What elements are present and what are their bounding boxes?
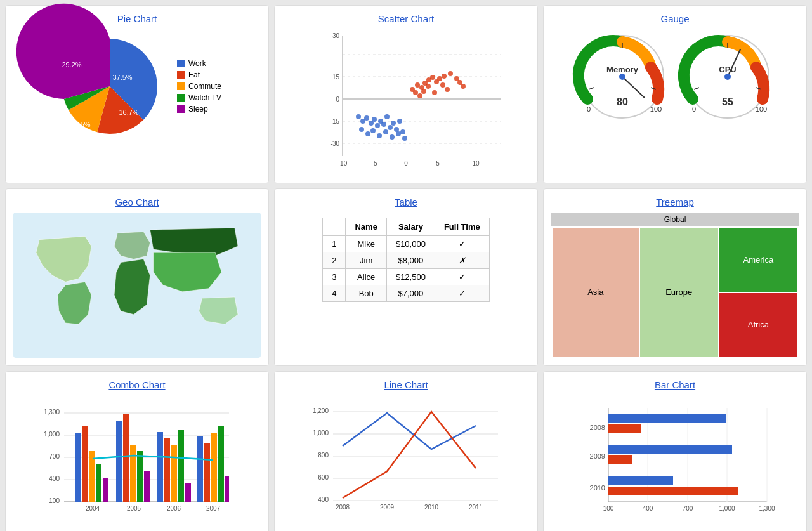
svg-point-40: [359, 127, 364, 132]
combo-bar: [75, 433, 81, 502]
svg-point-11: [430, 75, 435, 80]
legend-label-sleep: Sleep: [188, 105, 208, 114]
line-ylabel-1200: 1,200: [313, 407, 329, 414]
combo-bar: [116, 421, 122, 502]
bar-xlabel-1300: 1,300: [759, 505, 775, 512]
pie-label-eat: 16.7%: [119, 108, 138, 116]
combo-bar: [185, 483, 191, 502]
combo-bar: [204, 443, 210, 502]
table-cell-salary: $7,000: [386, 285, 435, 302]
data-table: Name Salary Full Time 1 Mike $10,000 ✓ 2…: [322, 218, 489, 302]
gauge-chart-title[interactable]: Gauge: [660, 13, 689, 24]
legend-color-eat: [177, 71, 185, 79]
pie-label-commute: 12.5%: [70, 121, 90, 128]
legend-work: Work: [177, 59, 221, 68]
combo-bar: [218, 426, 224, 502]
bar-chart-title[interactable]: Bar Chart: [655, 379, 695, 390]
pie-chart-title[interactable]: Pie Chart: [117, 13, 157, 24]
svg-point-39: [400, 129, 405, 134]
table-cell-name: Bob: [346, 285, 386, 302]
table-title[interactable]: Table: [395, 197, 417, 207]
memory-gauge-name: Memory: [606, 65, 639, 74]
combo-bar: [96, 464, 102, 502]
treemap-container: Global Asia Europe America Africa: [551, 213, 799, 358]
memory-gauge-label-0: 0: [587, 105, 591, 113]
table-row: 3 Alice $12,500 ✓: [323, 269, 489, 285]
legend-label-watchtv: Watch TV: [188, 93, 221, 102]
line-ylabel-1000: 1,000: [313, 429, 329, 436]
svg-point-41: [365, 131, 370, 136]
table-cell-num: 1: [323, 236, 346, 252]
pie-svg: 37.5% 16.7% 12.5% 29.2%: [53, 29, 167, 143]
combo-bar: [157, 432, 163, 502]
bar-svg: 2008 2009 2010 100 400 700 1,000 1,300: [573, 395, 776, 531]
treemap-card: Treemap Global Asia Europe America Afric…: [543, 188, 807, 366]
svg-point-37: [394, 127, 399, 132]
table-cell-name: Mike: [346, 236, 386, 252]
svg-point-44: [383, 129, 388, 134]
scatter-chart-title[interactable]: Scatter Chart: [378, 13, 434, 24]
table-cell-salary: $12,500: [386, 269, 435, 285]
combo-bar: [123, 414, 129, 502]
svg-point-28: [364, 115, 369, 121]
svg-point-21: [421, 89, 426, 94]
bar-2009-blue: [608, 445, 732, 454]
legend-eat: Eat: [177, 70, 221, 79]
pie-legend: Work Eat Commute Watch TV Sleep: [177, 59, 221, 114]
legend-sleep: Sleep: [177, 105, 221, 114]
table-header-name: Name: [346, 218, 386, 236]
svg-point-53: [619, 74, 625, 80]
combo-chart-card: Combo Chart 1,300 1,000 700 400 100 2004…: [5, 371, 269, 531]
table-cell-fulltime: ✓: [435, 285, 489, 302]
combo-bar: [197, 436, 203, 502]
bar-2008-red: [608, 424, 641, 433]
svg-point-46: [396, 131, 401, 136]
bar-ylabel-2008: 2008: [590, 424, 605, 431]
table-cell-name: Alice: [346, 269, 386, 285]
scatter-ylabel-30: 30: [332, 32, 340, 39]
combo-xlabel-2007: 2007: [206, 505, 221, 512]
combo-bar: [225, 476, 229, 502]
treemap-title[interactable]: Treemap: [656, 197, 693, 207]
table-cell-salary: $10,000: [386, 236, 435, 252]
pie-chart-container: 37.5% 16.7% 12.5% 29.2% Work Eat Commute: [53, 29, 221, 143]
combo-ylabel-1000: 1,000: [44, 431, 60, 438]
scatter-svg: 30 15 0 -15 -30 -10 -5 0 5 10: [304, 29, 508, 175]
svg-point-31: [375, 123, 380, 128]
svg-point-59: [724, 74, 731, 80]
combo-ylabel-400: 400: [49, 475, 60, 482]
legend-commute: Commute: [177, 82, 221, 91]
table-cell-fulltime: ✗: [435, 252, 489, 269]
table-row: 2 Jim $8,000 ✗: [323, 252, 489, 269]
svg-point-16: [440, 82, 445, 88]
treemap-right: America Africa: [719, 228, 797, 357]
cpu-gauge-label-100: 100: [756, 105, 767, 113]
combo-ylabel-1300: 1,300: [44, 409, 60, 416]
line-svg: 1,200 1,000 800 600 400 2008 2009 2010 2…: [304, 395, 508, 531]
memory-gauge-svg: 0 100 Memory 80: [575, 29, 670, 124]
svg-point-14: [437, 76, 442, 81]
treemap-body: Asia Europe America Africa: [551, 226, 799, 358]
table-header-salary: Salary: [386, 218, 435, 236]
legend-label-commute: Commute: [188, 82, 221, 91]
table-cell-fulltime: ✓: [435, 236, 489, 252]
combo-bar: [211, 433, 217, 502]
legend-color-commute: [177, 82, 185, 90]
line-red: [343, 412, 476, 498]
table-row: 1 Mike $10,000 ✓: [323, 236, 489, 252]
combo-bar: [164, 438, 170, 502]
svg-point-36: [391, 121, 396, 126]
table-header-num: [323, 218, 346, 236]
legend-color-sleep: [177, 105, 185, 113]
bar-2008-blue: [608, 414, 726, 423]
treemap-europe: Europe: [640, 228, 718, 357]
combo-bar: [82, 426, 88, 502]
combo-chart-title[interactable]: Combo Chart: [108, 379, 165, 390]
geo-chart-title[interactable]: Geo Chart: [115, 197, 159, 207]
scatter-xlabel-10: 10: [472, 160, 480, 167]
scatter-ylabel-0: 0: [336, 96, 339, 103]
line-xlabel-2010: 2010: [424, 504, 439, 511]
svg-point-18: [448, 71, 453, 76]
scatter-chart-card: Scatter Chart 30 15 0 -15 -30 -10 -5 0 5…: [274, 5, 538, 183]
line-chart-title[interactable]: Line Chart: [384, 379, 428, 390]
